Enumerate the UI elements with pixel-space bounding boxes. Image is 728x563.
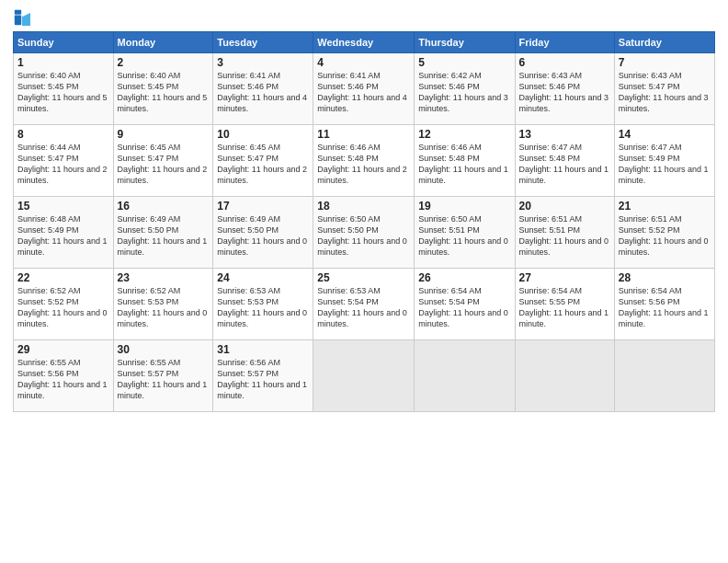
weekday-header-monday: Monday [113,32,213,53]
weekday-header-tuesday: Tuesday [213,32,313,53]
day-detail: Sunrise: 6:54 AMSunset: 5:55 PMDaylight:… [519,286,609,328]
day-detail: Sunrise: 6:53 AMSunset: 5:54 PMDaylight:… [317,286,407,328]
calendar-cell: 22 Sunrise: 6:52 AMSunset: 5:52 PMDaylig… [14,269,114,340]
weekday-header-sunday: Sunday [14,32,114,53]
calendar-cell: 17 Sunrise: 6:49 AMSunset: 5:50 PMDaylig… [213,197,313,269]
day-detail: Sunrise: 6:45 AMSunset: 5:47 PMDaylight:… [118,143,208,185]
weekday-header-wednesday: Wednesday [313,32,415,53]
calendar-cell: 31 Sunrise: 6:56 AMSunset: 5:57 PMDaylig… [213,340,313,412]
day-detail: Sunrise: 6:48 AMSunset: 5:49 PMDaylight:… [17,214,108,257]
calendar-cell: 24 Sunrise: 6:53 AMSunset: 5:53 PMDaylig… [213,269,313,340]
logo-icon [14,9,30,26]
day-number: 23 [118,271,210,284]
day-number: 15 [17,200,109,213]
day-detail: Sunrise: 6:51 AMSunset: 5:52 PMDaylight:… [619,214,709,257]
day-number: 14 [619,128,711,141]
day-number: 28 [619,271,711,284]
day-detail: Sunrise: 6:45 AMSunset: 5:47 PMDaylight:… [217,143,307,185]
calendar-cell: 25 Sunrise: 6:53 AMSunset: 5:54 PMDaylig… [313,269,415,340]
calendar-cell: 28 Sunrise: 6:54 AMSunset: 5:56 PMDaylig… [614,269,714,340]
day-detail: Sunrise: 6:40 AMSunset: 5:45 PMDaylight:… [17,71,108,113]
day-detail: Sunrise: 6:50 AMSunset: 5:51 PMDaylight:… [418,214,508,257]
day-detail: Sunrise: 6:42 AMSunset: 5:46 PMDaylight:… [418,71,508,113]
calendar-cell: 26 Sunrise: 6:54 AMSunset: 5:54 PMDaylig… [415,269,515,340]
calendar-cell: 1 Sunrise: 6:40 AMSunset: 5:45 PMDayligh… [14,53,114,125]
day-detail: Sunrise: 6:50 AMSunset: 5:50 PMDaylight:… [317,214,407,257]
day-number: 21 [619,200,711,213]
day-number: 22 [17,271,109,284]
calendar-cell: 10 Sunrise: 6:45 AMSunset: 5:47 PMDaylig… [213,125,313,197]
calendar-cell: 8 Sunrise: 6:44 AMSunset: 5:47 PMDayligh… [14,125,114,197]
day-detail: Sunrise: 6:52 AMSunset: 5:53 PMDaylight:… [118,286,208,328]
day-number: 7 [619,56,711,69]
day-number: 25 [317,271,410,284]
calendar-cell: 21 Sunrise: 6:51 AMSunset: 5:52 PMDaylig… [614,197,714,269]
day-detail: Sunrise: 6:43 AMSunset: 5:47 PMDaylight:… [619,71,709,113]
weekday-header-thursday: Thursday [415,32,515,53]
day-number: 5 [418,56,510,69]
day-detail: Sunrise: 6:51 AMSunset: 5:51 PMDaylight:… [519,214,609,257]
day-number: 16 [118,200,210,213]
day-number: 24 [217,271,309,284]
day-detail: Sunrise: 6:47 AMSunset: 5:48 PMDaylight:… [519,143,609,185]
day-number: 11 [317,128,410,141]
calendar-cell: 12 Sunrise: 6:46 AMSunset: 5:48 PMDaylig… [415,125,515,197]
day-number: 20 [519,200,610,213]
day-number: 26 [418,271,510,284]
day-detail: Sunrise: 6:54 AMSunset: 5:56 PMDaylight:… [619,286,709,328]
day-number: 13 [519,128,610,141]
day-detail: Sunrise: 6:52 AMSunset: 5:52 PMDaylight:… [17,286,108,328]
day-detail: Sunrise: 6:46 AMSunset: 5:48 PMDaylight:… [317,143,407,185]
calendar-cell: 27 Sunrise: 6:54 AMSunset: 5:55 PMDaylig… [515,269,614,340]
day-number: 4 [317,56,410,69]
svg-rect-1 [15,10,21,15]
day-detail: Sunrise: 6:56 AMSunset: 5:57 PMDaylight:… [217,358,307,400]
day-number: 10 [217,128,309,141]
day-detail: Sunrise: 6:55 AMSunset: 5:56 PMDaylight:… [17,358,108,400]
weekday-header-friday: Friday [515,32,614,53]
calendar-cell: 5 Sunrise: 6:42 AMSunset: 5:46 PMDayligh… [415,53,515,125]
day-detail: Sunrise: 6:46 AMSunset: 5:48 PMDaylight:… [418,143,508,185]
day-number: 27 [519,271,610,284]
calendar-cell [415,340,515,412]
day-number: 17 [217,200,309,213]
day-detail: Sunrise: 6:47 AMSunset: 5:49 PMDaylight:… [619,143,709,185]
day-detail: Sunrise: 6:55 AMSunset: 5:57 PMDaylight:… [118,358,208,400]
calendar-cell: 18 Sunrise: 6:50 AMSunset: 5:50 PMDaylig… [313,197,415,269]
day-number: 2 [118,56,210,69]
calendar-cell: 19 Sunrise: 6:50 AMSunset: 5:51 PMDaylig… [415,197,515,269]
calendar-cell: 13 Sunrise: 6:47 AMSunset: 5:48 PMDaylig… [515,125,614,197]
day-detail: Sunrise: 6:40 AMSunset: 5:45 PMDaylight:… [118,71,208,113]
calendar-cell [614,340,714,412]
calendar-cell: 20 Sunrise: 6:51 AMSunset: 5:51 PMDaylig… [515,197,614,269]
calendar-cell: 6 Sunrise: 6:43 AMSunset: 5:46 PMDayligh… [515,53,614,125]
calendar-cell: 29 Sunrise: 6:55 AMSunset: 5:56 PMDaylig… [14,340,114,412]
day-number: 8 [17,128,109,141]
calendar-cell: 23 Sunrise: 6:52 AMSunset: 5:53 PMDaylig… [113,269,213,340]
day-number: 19 [418,200,510,213]
calendar-cell [515,340,614,412]
day-detail: Sunrise: 6:41 AMSunset: 5:46 PMDaylight:… [317,71,407,113]
day-detail: Sunrise: 6:43 AMSunset: 5:46 PMDaylight:… [519,71,609,113]
day-number: 29 [17,343,109,356]
day-number: 1 [17,56,109,69]
svg-rect-0 [15,16,21,26]
day-number: 12 [418,128,510,141]
day-number: 9 [118,128,210,141]
calendar-table: SundayMondayTuesdayWednesdayThursdayFrid… [13,31,715,412]
calendar-cell: 16 Sunrise: 6:49 AMSunset: 5:50 PMDaylig… [113,197,213,269]
day-detail: Sunrise: 6:41 AMSunset: 5:46 PMDaylight:… [217,71,307,113]
day-detail: Sunrise: 6:44 AMSunset: 5:47 PMDaylight:… [17,143,108,185]
day-number: 6 [519,56,610,69]
calendar-cell: 14 Sunrise: 6:47 AMSunset: 5:49 PMDaylig… [614,125,714,197]
weekday-header-saturday: Saturday [614,32,714,53]
day-number: 18 [317,200,410,213]
calendar-cell: 11 Sunrise: 6:46 AMSunset: 5:48 PMDaylig… [313,125,415,197]
day-detail: Sunrise: 6:53 AMSunset: 5:53 PMDaylight:… [217,286,307,328]
day-detail: Sunrise: 6:54 AMSunset: 5:54 PMDaylight:… [418,286,508,328]
day-number: 30 [118,343,210,356]
calendar-cell: 2 Sunrise: 6:40 AMSunset: 5:45 PMDayligh… [113,53,213,125]
calendar-cell: 3 Sunrise: 6:41 AMSunset: 5:46 PMDayligh… [213,53,313,125]
day-number: 3 [217,56,309,69]
svg-marker-2 [22,13,30,26]
